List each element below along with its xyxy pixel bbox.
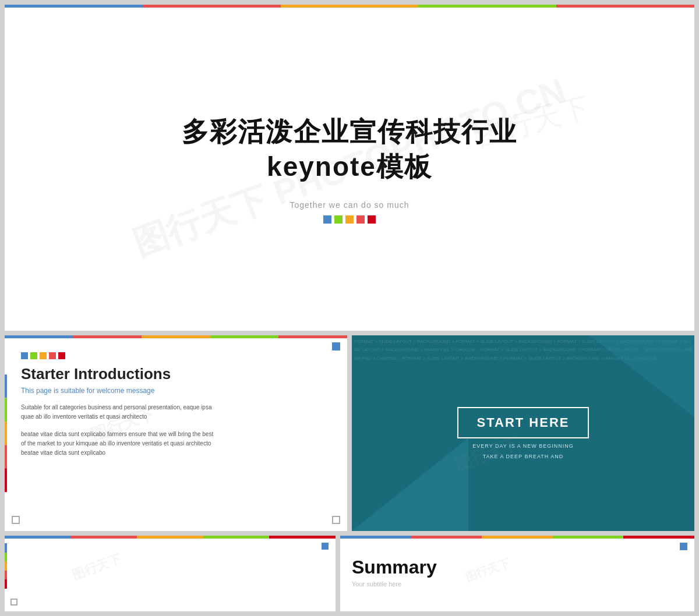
summary-top-bar — [340, 536, 694, 539]
sum-bar-green — [553, 536, 624, 539]
intro-corner-icon — [332, 342, 340, 351]
dark-line2: TAKE A DEEP BREATH AND — [483, 454, 564, 459]
partial-left-slide: 图行天下 — [5, 536, 336, 611]
pl-bar-blue — [5, 536, 71, 539]
pl-left-accent — [5, 543, 7, 589]
third-row: 图行天下 Summary Your subtitle here 图行天下 — [5, 536, 694, 611]
intro-body-2: beatae vitae dicta sunt explicabo farmer… — [21, 430, 219, 458]
accent-red — [5, 445, 7, 468]
accent-blue — [5, 374, 7, 398]
intro-title: Starter Introductions — [21, 365, 331, 383]
sq-icon-pink — [58, 352, 65, 359]
color-dots-row — [323, 215, 376, 224]
bar-orange — [281, 5, 419, 8]
main-title-slide: 多彩活泼企业宣传科技行业 keynote模板 Together we can d… — [5, 5, 694, 331]
dot-orange — [345, 215, 354, 224]
dark-line1: EVERY DAY IS A NEW BEGINNING — [472, 443, 573, 449]
intro-slide: Starter Introductions This page is suita… — [5, 335, 347, 531]
intro-subtitle: This page is suitable for welcome messag… — [21, 387, 331, 395]
bar-red — [143, 5, 281, 8]
bar-pink — [556, 5, 694, 8]
sum-bar-orange — [482, 536, 553, 539]
dot-red — [356, 215, 365, 224]
summary-subtitle: Your subtitle here — [352, 580, 401, 587]
intro-icon-row — [21, 352, 331, 359]
intro-content: Starter Introductions This page is suita… — [5, 338, 347, 531]
sq-icon-orange — [40, 352, 47, 359]
main-subtitle: Together we can do so much — [290, 200, 409, 210]
dark-triangle-left — [352, 438, 468, 531]
summary-title: Summary — [352, 557, 437, 578]
pl-bar-pink — [269, 536, 336, 539]
sum-bar-red — [411, 536, 482, 539]
sq-icon-red — [49, 352, 56, 359]
bar-blue — [5, 5, 143, 8]
dot-pink — [368, 215, 376, 224]
accent-green — [5, 398, 7, 422]
intro-bottom-left-icon — [12, 516, 20, 524]
summary-corner-icon — [680, 543, 687, 550]
intro-body-1: Suitable for all categories business and… — [21, 403, 219, 422]
start-here-box: START HERE — [457, 407, 589, 438]
page-container: 多彩活泼企业宣传科技行业 keynote模板 Together we can d… — [0, 0, 699, 616]
partial-left-top-bar — [5, 536, 336, 539]
bottom-row: Starter Introductions This page is suita… — [5, 335, 694, 531]
sum-bar-pink — [623, 536, 694, 539]
start-here-text: START HERE — [477, 415, 570, 430]
partial-left-corner — [322, 543, 329, 550]
sum-bar-blue — [340, 536, 411, 539]
dark-slide: FORMAT > SLIDE LAYOUT > BACKGROUND > FOR… — [352, 335, 694, 531]
pl-bar-green — [203, 536, 270, 539]
dot-blue — [323, 215, 331, 224]
accent-orange — [5, 422, 7, 445]
main-title-zh: 多彩活泼企业宣传科技行业 keynote模板 — [182, 115, 517, 185]
partial-left-bottom — [10, 599, 17, 606]
pl-watermark: 图行天下 — [69, 550, 123, 584]
pl-bar-red — [71, 536, 137, 539]
main-top-bar — [5, 5, 694, 8]
accent-pink — [5, 468, 7, 491]
summary-watermark: 图行天下 — [463, 555, 512, 586]
left-accent-bar — [5, 374, 7, 492]
intro-bottom-right-icon — [332, 516, 340, 524]
dark-triangle-right — [589, 335, 694, 417]
summary-slide: Summary Your subtitle here 图行天下 — [340, 536, 694, 611]
dot-green — [334, 215, 343, 224]
sq-icon-blue — [21, 352, 28, 359]
main-slide-content: 多彩活泼企业宣传科技行业 keynote模板 Together we can d… — [5, 8, 694, 331]
pl-bar-orange — [137, 536, 203, 539]
sq-icon-green — [30, 352, 37, 359]
bar-green — [418, 5, 556, 8]
